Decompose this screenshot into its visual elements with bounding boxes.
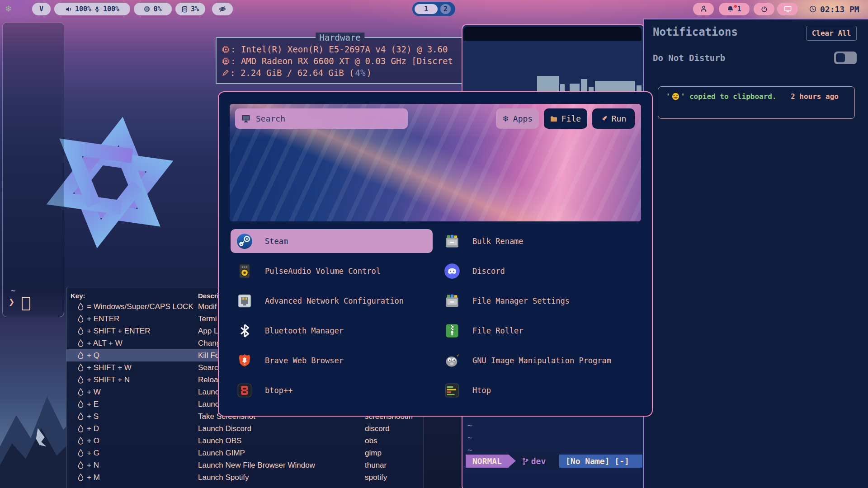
app-item-htop[interactable]: Htop: [438, 378, 640, 402]
app-item-gimp[interactable]: GNU Image Manipulation Program: [438, 348, 640, 372]
notification-card[interactable]: ' ' copied to clipboard. 2 hours ago: [658, 86, 855, 119]
clock-icon: [809, 5, 816, 13]
disk-pill[interactable]: 3%: [175, 3, 205, 15]
tab-run[interactable]: Run: [592, 108, 635, 129]
terminal-cursor: [22, 297, 30, 310]
tab-run-label: Run: [612, 114, 627, 123]
vim-tilde: ~: [467, 421, 472, 430]
keybind-description: App L: [198, 327, 218, 336]
app-item-btop[interactable]: btop++: [231, 378, 433, 402]
rocket-icon: [601, 115, 608, 122]
disk-value: 3%: [191, 5, 199, 13]
app-item-brave[interactable]: Brave Web Browser: [231, 348, 433, 372]
power-pill[interactable]: [754, 3, 774, 15]
keybind-combo: + SHIFT + N: [87, 375, 130, 385]
app-item-bulk-rename[interactable]: Bulk Rename: [438, 229, 640, 253]
workspace-1[interactable]: 1: [415, 4, 438, 14]
keybind-row[interactable]: + O Launch OBS obs: [66, 435, 424, 447]
keybind-combo: + O: [87, 436, 99, 446]
cpu-pill[interactable]: 0%: [134, 3, 172, 15]
vim-mode-segment: NORMAL: [466, 455, 509, 468]
do-not-disturb-label: Do Not Disturb: [653, 53, 725, 63]
keybind-combo: + E: [87, 400, 99, 409]
btop-icon: [236, 382, 253, 399]
computer-icon: [241, 115, 250, 123]
keybind-description: Modif: [198, 302, 217, 311]
super-key-icon: [78, 376, 84, 384]
hardware-gpu-text: : AMD Radeon RX 6600 XT @ 0.03 GHz [Disc…: [231, 55, 453, 67]
toggle-knob: [836, 53, 845, 62]
tab-apps[interactable]: ❄ Apps: [496, 108, 539, 129]
keybind-description: Launch Discord: [198, 424, 251, 433]
keybind-command: discord: [365, 424, 390, 433]
do-not-disturb-toggle[interactable]: [834, 52, 857, 64]
keybind-description: Launc: [198, 388, 219, 397]
app-label: Bluetooth Manager: [265, 326, 344, 335]
vim-tilde: ~: [467, 445, 472, 455]
hardware-gpu-line: : AMD Radeon RX 6600 XT @ 0.03 GHz [Disc…: [222, 55, 462, 67]
app-item-network[interactable]: Advanced Network Configuration: [231, 289, 433, 313]
super-key-icon: [78, 474, 84, 481]
super-key-icon: [78, 437, 84, 445]
power-icon: [761, 6, 768, 13]
cpu-value: 0%: [153, 5, 161, 13]
keybind-description: Launch OBS: [198, 436, 241, 446]
keybind-description: Launch GIMP: [198, 449, 245, 458]
app-item-discord[interactable]: Discord: [438, 259, 640, 283]
keybind-description: Launch New File Browser Window: [198, 461, 315, 470]
app-item-file-roller[interactable]: File Roller: [438, 319, 640, 343]
powerline-arrow: [552, 455, 559, 467]
launcher-pill[interactable]: V: [32, 3, 51, 15]
keybind-combo: + Q: [87, 351, 99, 360]
super-key-icon: [78, 339, 84, 347]
keybinds-header-desc: Descri: [198, 292, 219, 300]
keyboard-user-pill[interactable]: [693, 3, 714, 15]
discord-icon: [444, 263, 460, 279]
cpu-chip-icon: [222, 46, 230, 53]
idle-inhibit-pill[interactable]: [212, 3, 233, 15]
screen-record-pill[interactable]: [777, 3, 798, 15]
keybind-row[interactable]: + G Launch GIMP gimp: [66, 447, 424, 459]
clock[interactable]: 02:13 PM: [809, 3, 859, 15]
keybind-description: Launc: [198, 400, 219, 409]
keybind-row[interactable]: + N Launch New File Browser Window thuna…: [66, 459, 424, 471]
audio-pill[interactable]: 100% 100%: [54, 3, 130, 15]
screen-icon: [784, 5, 792, 13]
app-label: GNU Image Manipulation Program: [472, 356, 611, 365]
search-input[interactable]: Search: [235, 108, 408, 129]
prompt-chevron: ❯: [9, 296, 14, 307]
top-bar: ❄ V 100% 100% 0% 3%: [0, 0, 868, 18]
app-label: PulseAudio Volume Control: [265, 267, 381, 276]
keybind-row[interactable]: + M Launch Spotify spotify: [66, 471, 424, 483]
app-item-bluetooth[interactable]: Bluetooth Manager: [231, 319, 433, 343]
nixos-menu-icon[interactable]: ❄: [5, 4, 12, 14]
notification-time: 2 hours ago: [791, 92, 839, 101]
volume-value: 100%: [75, 5, 91, 13]
vim-tilde: ~: [467, 433, 472, 442]
keybind-description: Reloa: [198, 375, 218, 385]
vim-statusline: NORMAL dev [No Name] [-]: [463, 455, 642, 468]
app-item-steam[interactable]: Steam: [231, 229, 433, 253]
app-item-pulseaudio[interactable]: PulseAudio Volume Control: [231, 259, 433, 283]
brave-icon: [236, 352, 253, 369]
workspace-2[interactable]: 2: [440, 4, 451, 14]
keybind-description: Searc: [198, 363, 218, 372]
app-label: Bulk Rename: [472, 237, 524, 246]
file-cabinet-icon: [444, 233, 460, 249]
super-key-icon: [78, 413, 84, 420]
tab-file[interactable]: File: [544, 108, 587, 129]
keybind-command: thunar: [365, 461, 387, 470]
keybind-combo: + SHIFT + W: [87, 363, 132, 372]
left-terminal-window[interactable]: ~ ❯: [2, 22, 64, 317]
notification-count: 1: [737, 5, 741, 13]
hardware-memory-line: : 2.24 GiB / 62.64 GiB (4%): [222, 67, 462, 79]
keybind-row[interactable]: + D Launch Discord discord: [66, 422, 424, 435]
prompt-path: ~: [11, 286, 15, 295]
quote-open: ': [666, 92, 670, 101]
notifications-pill[interactable]: 1: [719, 3, 750, 15]
hardware-cpu-text: : Intel(R) Xeon(R) E5-2697A v4 (32) @ 3.…: [231, 43, 448, 55]
search-placeholder: Search: [256, 114, 285, 123]
app-item-file-manager-settings[interactable]: File Manager Settings: [438, 289, 640, 313]
hardware-cpu-line: : Intel(R) Xeon(R) E5-2697A v4 (32) @ 3.…: [222, 43, 462, 55]
clear-all-button[interactable]: Clear All: [806, 26, 857, 41]
